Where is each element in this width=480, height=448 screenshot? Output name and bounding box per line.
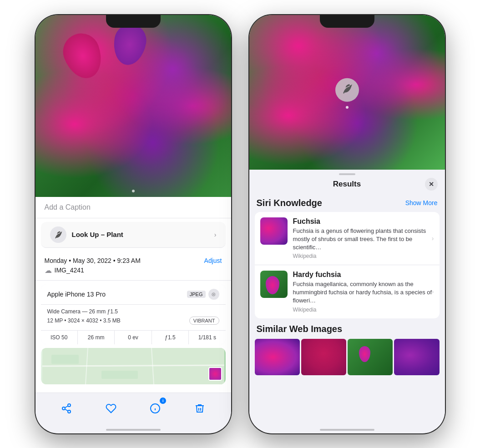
- notch: [106, 15, 161, 28]
- results-header: Results ✕: [249, 175, 445, 193]
- left-phone: Add a Caption Look Up – Plant ›: [35, 15, 231, 433]
- spec-line1: Wide Camera — 26 mm ƒ1.5: [47, 308, 219, 315]
- photo-dot: [132, 190, 135, 192]
- vibrant-badge: VIBRANT: [189, 317, 219, 325]
- photo-area-left[interactable]: [35, 15, 231, 197]
- favorite-button[interactable]: [101, 398, 121, 418]
- hardy-fuchsia-text: Hardy fuchsia Fuchsia magellanica, commo…: [293, 271, 434, 313]
- delete-button[interactable]: [190, 398, 210, 418]
- results-close-button[interactable]: ✕: [425, 178, 438, 191]
- siri-leaf-icon: [341, 82, 353, 97]
- fuchsia-thumbnail: [260, 217, 288, 245]
- knowledge-item-hardy-fuchsia[interactable]: Hardy fuchsia Fuchsia magellanica, commo…: [255, 265, 440, 318]
- device-badges: JPEG ◎: [187, 289, 219, 300]
- fuchsia-chevron-icon: ›: [432, 235, 434, 242]
- exif-iso: ISO 50: [41, 331, 78, 344]
- fuchsia-source: Wikipedia: [293, 253, 434, 259]
- adjust-button[interactable]: Adjust: [204, 257, 222, 264]
- exif-row: ISO 50 26 mm 0 ev ƒ1.5 1/181 s: [41, 331, 226, 344]
- photo-area-right: [249, 15, 445, 170]
- siri-knowledge-header: Siri Knowledge Show More: [255, 193, 440, 212]
- svg-rect-4: [51, 355, 79, 364]
- results-content[interactable]: Siri Knowledge Show More Fuchsia Fuchsia…: [249, 193, 445, 429]
- results-title: Results: [333, 180, 361, 189]
- similar-title: Similar Web Images: [255, 324, 440, 339]
- hardy-fuchsia-chevron-icon: ›: [432, 288, 434, 295]
- siri-dot: [346, 106, 349, 109]
- home-indicator: [106, 429, 161, 431]
- similar-image-2[interactable]: [301, 339, 346, 375]
- right-phone: Results ✕ Siri Knowledge Show More Fuchs…: [249, 15, 445, 433]
- hardy-fuchsia-thumbnail: [260, 271, 288, 298]
- lookup-chevron-icon: ›: [214, 231, 217, 238]
- map-area[interactable]: [41, 348, 226, 384]
- exif-focal: 26 mm: [78, 331, 115, 344]
- jpeg-badge: JPEG: [187, 291, 206, 298]
- exif-ev: 0 ev: [115, 331, 152, 344]
- similar-image-4[interactable]: [394, 339, 439, 375]
- hardy-fuchsia-source: Wikipedia: [293, 307, 434, 313]
- phone-screen-right: Results ✕ Siri Knowledge Show More Fuchs…: [249, 15, 445, 433]
- knowledge-card: Fuchsia Fuchsia is a genus of flowering …: [255, 212, 440, 318]
- hardy-fuchsia-description: Fuchsia magellanica, commonly known as t…: [293, 280, 434, 305]
- device-section: Apple iPhone 13 Pro JPEG ◎ Wide Camera —…: [41, 284, 226, 344]
- results-panel: Results ✕ Siri Knowledge Show More Fuchs…: [249, 170, 445, 429]
- cloud-icon: ☁: [45, 266, 52, 275]
- location-icon: ◎: [208, 289, 219, 300]
- meta-date: Monday • May 30, 2022 • 9:23 AM: [45, 257, 141, 264]
- similar-image-3[interactable]: [348, 339, 393, 375]
- similar-image-1[interactable]: [255, 339, 300, 375]
- siri-knowledge-title: Siri Knowledge: [257, 198, 322, 208]
- flower-overlay: [35, 15, 231, 197]
- device-name: Apple iPhone 13 Pro: [47, 291, 106, 298]
- knowledge-item-fuchsia[interactable]: Fuchsia Fuchsia is a genus of flowering …: [255, 212, 440, 266]
- lookup-label: Look Up – Plant: [72, 231, 123, 238]
- fuchsia-description: Fuchsia is a genus of flowering plants t…: [293, 227, 434, 252]
- leaf-icon: [50, 227, 66, 243]
- caption-row: Add a Caption: [35, 197, 231, 218]
- fuchsia-text: Fuchsia Fuchsia is a genus of flowering …: [293, 217, 434, 260]
- phone-screen-left: Add a Caption Look Up – Plant ›: [35, 15, 231, 433]
- meta-date-row: Monday • May 30, 2022 • 9:23 AM Adjust: [45, 257, 222, 264]
- map-photo-thumb: [208, 367, 222, 381]
- share-button[interactable]: [56, 398, 76, 418]
- bottom-toolbar: i: [35, 393, 231, 429]
- lookup-row[interactable]: Look Up – Plant ›: [41, 222, 226, 248]
- info-panel: Add a Caption Look Up – Plant ›: [35, 197, 231, 393]
- svg-rect-5: [101, 371, 138, 379]
- notch-right: [320, 15, 374, 28]
- fuchsia-name: Fuchsia: [293, 217, 434, 226]
- similar-section: Similar Web Images: [255, 324, 440, 375]
- home-indicator-right: [320, 429, 374, 431]
- svg-line-1: [42, 365, 224, 366]
- hardy-fuchsia-name: Hardy fuchsia: [293, 271, 434, 279]
- similar-grid: [255, 339, 440, 375]
- info-button[interactable]: i: [145, 398, 165, 418]
- device-row: Apple iPhone 13 Pro JPEG ◎: [41, 284, 226, 305]
- exif-aperture: ƒ1.5: [152, 331, 189, 344]
- camera-specs: Wide Camera — 26 mm ƒ1.5 12 MP • 3024 × …: [41, 305, 226, 331]
- exif-shutter: 1/181 s: [189, 331, 225, 344]
- caption-placeholder[interactable]: Add a Caption: [45, 203, 91, 211]
- meta-filename: ☁ IMG_4241: [45, 266, 222, 275]
- spec-line2: 12 MP • 3024 × 4032 • 3.5 MB VIBRANT: [47, 317, 219, 325]
- siri-visual-lookup-button[interactable]: [335, 78, 359, 101]
- meta-section: Monday • May 30, 2022 • 9:23 AM Adjust ☁…: [35, 252, 231, 281]
- show-more-button[interactable]: Show More: [405, 199, 438, 206]
